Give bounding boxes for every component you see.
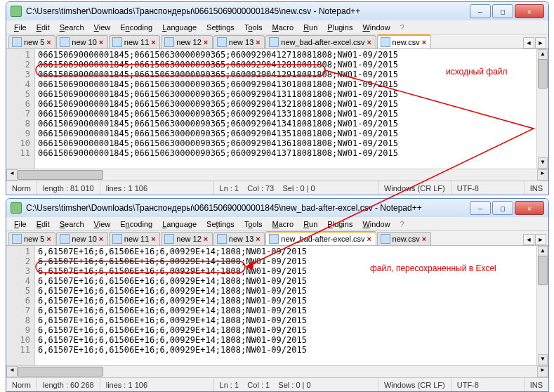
tab-close-icon[interactable]: × [46, 39, 52, 45]
tab-new-csv[interactable]: new.csv× [377, 34, 431, 48]
tab-new-13[interactable]: new 13× [213, 232, 265, 245]
menu-view[interactable]: View [89, 219, 116, 229]
tab-close-icon[interactable]: × [99, 236, 105, 242]
menu-plugins[interactable]: Plugins [322, 219, 357, 229]
tab-scroll-right[interactable]: ► [535, 234, 546, 245]
text-line[interactable]: 6,61507E+16;6,61506E+16;6,00929E+14;1808… [38, 247, 536, 256]
tab-scroll-left[interactable]: ◄ [523, 234, 534, 245]
text-line[interactable]: 066150690000001845;066150630000090365;06… [38, 99, 536, 109]
horizontal-scrollbar[interactable]: ◄ ► [6, 169, 548, 181]
tab-new-11[interactable]: new 11× [109, 35, 160, 48]
text-line[interactable]: 6,61507E+16;6,61506E+16;6,00929E+14;1808… [38, 286, 536, 296]
horizontal-scrollbar[interactable]: ◄ ► [6, 365, 548, 377]
menu-macro[interactable]: Macro [268, 22, 299, 32]
menu-help[interactable]: ? [395, 219, 409, 229]
scroll-thumb-h[interactable] [18, 367, 103, 377]
tab-close-icon[interactable]: × [151, 39, 157, 45]
text-content[interactable]: 6,61507E+16;6,61506E+16;6,00929E+14;1808… [35, 246, 536, 365]
menu-encoding[interactable]: Encoding [115, 22, 157, 32]
menu-language[interactable]: Language [157, 22, 202, 32]
minimize-button[interactable]: — [470, 201, 491, 215]
text-line[interactable]: 066150690000001845;066150630000090365;06… [38, 89, 536, 99]
tab-close-icon[interactable]: × [422, 236, 428, 242]
scroll-left-icon[interactable]: ◄ [6, 169, 18, 181]
text-line[interactable]: 6,61507E+16;6,61506E+16;6,00929E+14;1808… [38, 256, 536, 266]
titlebar[interactable]: C:\Users\timsher\Downloads\Транспондеры\… [6, 2, 548, 20]
menu-plugins[interactable]: Plugins [322, 22, 357, 32]
tab-close-icon[interactable]: × [256, 39, 261, 45]
text-line[interactable]: 6,61507E+16;6,61506E+16;6,00929E+14;1808… [38, 306, 536, 315]
menu-view[interactable]: View [89, 22, 116, 32]
maximize-button[interactable]: □ [492, 4, 513, 18]
maximize-button[interactable]: □ [492, 201, 513, 215]
menu-run[interactable]: Run [298, 219, 322, 229]
menu-language[interactable]: Language [157, 219, 202, 229]
menu-file[interactable]: File [9, 219, 32, 229]
tab-new-csv[interactable]: new.csv× [377, 232, 431, 245]
tab-close-icon[interactable]: × [367, 39, 373, 45]
tab-new-10[interactable]: new 10× [56, 35, 107, 48]
text-line[interactable]: 066150690000001845;066150630000090365;06… [38, 129, 536, 138]
tab-new-13[interactable]: new 13× [213, 35, 265, 48]
menu-search[interactable]: Search [55, 219, 89, 229]
text-content[interactable]: 066150690000001845;066150630000090365;06… [35, 49, 536, 169]
menu-edit[interactable]: Edit [32, 22, 55, 32]
tab-scroll-right[interactable]: ► [535, 37, 546, 48]
close-button[interactable]: ✕ [515, 201, 544, 215]
menu-file[interactable]: File [9, 22, 32, 32]
text-line[interactable]: 066150690000001845;066150630000090365;06… [38, 50, 536, 60]
scroll-left-icon[interactable]: ◄ [6, 366, 18, 377]
text-line[interactable]: 6,61507E+16;6,61506E+16;6,00929E+14;1808… [38, 345, 536, 355]
text-line[interactable]: 066150690000001845;066150630000090365;06… [38, 119, 536, 129]
scroll-right-icon[interactable]: ► [537, 366, 548, 377]
tab-new-10[interactable]: new 10× [56, 232, 107, 245]
scroll-down-icon[interactable]: ▼ [538, 157, 548, 169]
tab-close-icon[interactable]: × [367, 236, 373, 242]
text-line[interactable]: 066150690000001845;066150630000090365;06… [38, 60, 536, 70]
text-line[interactable]: 6,61507E+16;6,61506E+16;6,00929E+14;1808… [38, 325, 536, 335]
tab-close-icon[interactable]: × [204, 236, 209, 242]
text-line[interactable]: 6,61507E+16;6,61506E+16;6,00929E+14;1808… [38, 266, 536, 276]
tab-close-icon[interactable]: × [99, 39, 105, 45]
text-line[interactable]: 066150690000001845;066150630000090365;06… [38, 79, 536, 89]
menu-encoding[interactable]: Encoding [115, 219, 157, 229]
menu-settings[interactable]: Settings [202, 22, 239, 32]
scroll-down-icon[interactable]: ▼ [538, 354, 548, 365]
menu-edit[interactable]: Edit [32, 219, 55, 229]
tab-new-11[interactable]: new 11× [109, 232, 160, 245]
text-line[interactable]: 6,61507E+16;6,61506E+16;6,00929E+14;1808… [38, 296, 536, 306]
minimize-button[interactable]: — [470, 4, 491, 18]
menu-help[interactable]: ? [395, 22, 409, 32]
menu-settings[interactable]: Settings [202, 219, 239, 229]
text-line[interactable]: 066150690000001845;066150630000090365;06… [38, 138, 536, 148]
menu-run[interactable]: Run [298, 22, 322, 32]
tab-close-icon[interactable]: × [256, 236, 261, 242]
tab-new-12[interactable]: new 12× [161, 35, 212, 48]
scroll-thumb[interactable] [538, 59, 548, 89]
scroll-thumb-h[interactable] [18, 170, 103, 180]
text-line[interactable]: 066150690000001845;066150630000090365;06… [38, 109, 536, 119]
text-line[interactable]: 066150690000001845;066150630000090365;06… [38, 148, 536, 158]
tab-close-icon[interactable]: × [422, 39, 428, 45]
menu-macro[interactable]: Macro [268, 219, 299, 229]
tab-new-bad-after-excel-csv[interactable]: new_bad-after-excel.csv× [265, 231, 376, 245]
scroll-thumb[interactable] [538, 256, 548, 285]
text-line[interactable]: 6,61507E+16;6,61506E+16;6,00929E+14;1808… [38, 276, 536, 286]
tab-new-5[interactable]: new 5× [8, 232, 55, 245]
menu-tools[interactable]: Tools [239, 219, 268, 229]
tab-new-bad-after-excel-csv[interactable]: new_bad-after-excel.csv× [265, 35, 376, 48]
text-line[interactable]: 066150690000001845;066150630000090365;06… [38, 70, 536, 79]
tab-close-icon[interactable]: × [151, 236, 157, 242]
menu-window[interactable]: Window [357, 219, 395, 229]
vertical-scrollbar[interactable]: ▲ ▼ [536, 246, 548, 365]
tab-new-5[interactable]: new 5× [8, 35, 55, 48]
tab-new-12[interactable]: new 12× [161, 232, 212, 245]
scroll-right-icon[interactable]: ► [537, 169, 548, 181]
titlebar[interactable]: C:\Users\timsher\Downloads\Транспондеры\… [6, 199, 548, 217]
text-line[interactable]: 6,61507E+16;6,61506E+16;6,00929E+14;1808… [38, 335, 536, 345]
tab-close-icon[interactable]: × [46, 236, 52, 242]
vertical-scrollbar[interactable]: ▲ ▼ [536, 49, 548, 169]
tab-scroll-left[interactable]: ◄ [523, 37, 534, 48]
tab-close-icon[interactable]: × [204, 39, 209, 45]
close-button[interactable]: ✕ [515, 4, 544, 18]
